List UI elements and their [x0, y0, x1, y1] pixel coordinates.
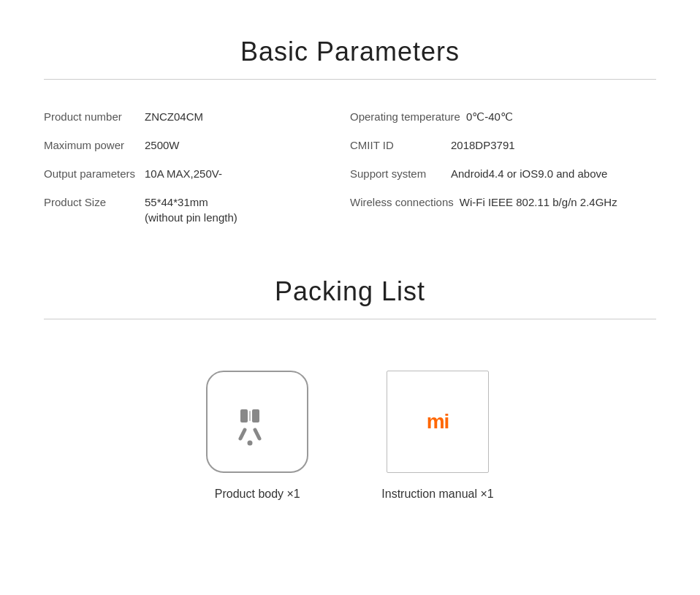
- mi-logo-icon: mi: [427, 410, 449, 433]
- param-value-size: 55*44*31mm (without pin length): [145, 194, 237, 225]
- param-value-support: Android4.4 or iOS9.0 and above: [451, 166, 607, 181]
- manual-label: Instruction manual ×1: [381, 488, 493, 501]
- divider-1: [44, 79, 656, 80]
- param-label-cmiit: CMIIT ID: [350, 137, 445, 153]
- param-value-wireless: Wi-Fi IEEE 802.11 b/g/n 2.4GHz: [460, 194, 617, 210]
- params-grid: Product number ZNCZ04CM Maximum power 25…: [44, 102, 656, 247]
- plug-illustration: [206, 371, 308, 473]
- param-value-op-temp: 0℃-40℃: [466, 109, 513, 124]
- packing-items-container: Product body ×1 mi Instruction manual ×1: [44, 341, 656, 515]
- packing-item-manual: mi Instruction manual ×1: [381, 371, 493, 501]
- param-label-wireless: Wireless connections: [350, 194, 454, 210]
- divider-2: [44, 319, 656, 319]
- page: Basic Parameters Product number ZNCZ04CM…: [0, 0, 700, 537]
- param-label-support: Support system: [350, 166, 445, 181]
- packing-list-section: Packing List: [44, 262, 656, 515]
- svg-rect-0: [240, 409, 248, 422]
- product-body-label: Product body ×1: [215, 488, 300, 501]
- svg-point-5: [248, 441, 253, 446]
- param-value-output: 10A MAX,250V-: [145, 166, 222, 181]
- param-label-product-number: Product number: [44, 109, 139, 124]
- param-row-max-power: Maximum power 2500W: [44, 137, 350, 153]
- param-row-size: Product Size 55*44*31mm (without pin len…: [44, 194, 350, 225]
- basic-params-section: Basic Parameters Product number ZNCZ04CM…: [44, 22, 656, 247]
- param-value-max-power: 2500W: [145, 137, 180, 153]
- param-row-wireless: Wireless connections Wi-Fi IEEE 802.11 b…: [350, 194, 656, 210]
- param-label-output: Output parameters: [44, 166, 139, 181]
- param-row-cmiit: CMIIT ID 2018DP3791: [350, 137, 656, 153]
- param-row-support: Support system Android4.4 or iOS9.0 and …: [350, 166, 656, 181]
- param-label-max-power: Maximum power: [44, 137, 139, 153]
- packing-list-title: Packing List: [44, 262, 656, 319]
- param-row-op-temp: Operating temperature 0℃-40℃: [350, 109, 656, 124]
- svg-rect-1: [252, 409, 259, 422]
- svg-line-4: [255, 430, 259, 439]
- svg-rect-2: [249, 411, 251, 421]
- basic-params-title: Basic Parameters: [44, 22, 656, 79]
- param-label-op-temp: Operating temperature: [350, 109, 460, 124]
- plug-icon: [224, 389, 290, 455]
- param-value-product-number: ZNCZ04CM: [145, 109, 203, 124]
- params-left-col: Product number ZNCZ04CM Maximum power 25…: [44, 109, 350, 225]
- manual-illustration: mi: [387, 371, 489, 473]
- param-row-product-number: Product number ZNCZ04CM: [44, 109, 350, 124]
- params-right-col: Operating temperature 0℃-40℃ CMIIT ID 20…: [350, 109, 656, 225]
- param-row-output: Output parameters 10A MAX,250V-: [44, 166, 350, 181]
- param-label-size: Product Size: [44, 194, 139, 210]
- svg-line-3: [240, 430, 245, 439]
- packing-item-product-body: Product body ×1: [206, 371, 308, 501]
- param-value-cmiit: 2018DP3791: [451, 137, 515, 153]
